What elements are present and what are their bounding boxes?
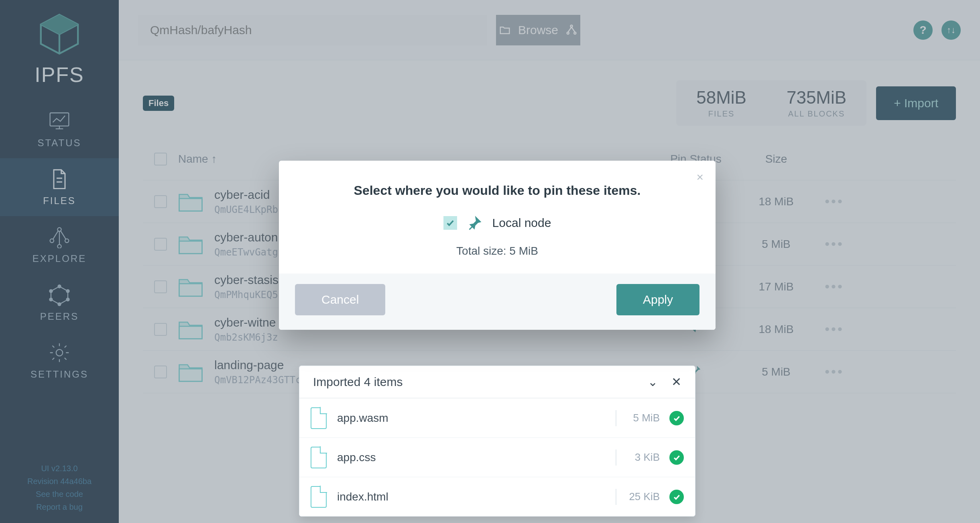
- file-icon: [311, 486, 327, 508]
- cancel-button[interactable]: Cancel: [295, 284, 385, 315]
- pin-option-local[interactable]: Local node: [443, 216, 551, 230]
- toast-file-size: 5 MiB: [624, 412, 660, 424]
- toast-file-name: index.html: [337, 490, 388, 503]
- toast-item: app.wasm5 MiB: [299, 398, 695, 437]
- check-icon: [669, 450, 684, 465]
- toast-file-size: 3 KiB: [624, 451, 660, 464]
- modal-close-button[interactable]: ×: [696, 170, 703, 184]
- modal-total-size: Total size: 5 MiB: [456, 245, 538, 257]
- pin-option-label: Local node: [492, 216, 551, 230]
- toast-file-name: app.wasm: [337, 412, 388, 425]
- file-icon: [311, 447, 327, 468]
- toast-file-size: 25 KiB: [624, 490, 660, 503]
- pin-icon: [468, 216, 482, 230]
- toast-close-button[interactable]: ✕: [671, 375, 681, 389]
- toast-item: index.html25 KiB: [299, 477, 695, 516]
- toast-title: Imported 4 items: [313, 375, 403, 389]
- import-toast: Imported 4 items ⌄ ✕ app.wasm5 MiBapp.cs…: [299, 366, 695, 517]
- toast-file-name: app.css: [337, 451, 376, 464]
- check-icon: [669, 490, 684, 504]
- apply-button[interactable]: Apply: [616, 284, 699, 315]
- toast-item: app.css3 KiB: [299, 437, 695, 477]
- modal-title: Select where you would like to pin these…: [279, 161, 716, 208]
- check-icon: [669, 411, 684, 425]
- toast-collapse-button[interactable]: ⌄: [648, 375, 658, 389]
- file-icon: [311, 407, 327, 429]
- pin-modal: × Select where you would like to pin the…: [279, 161, 716, 330]
- pin-option-checkbox[interactable]: [443, 216, 457, 230]
